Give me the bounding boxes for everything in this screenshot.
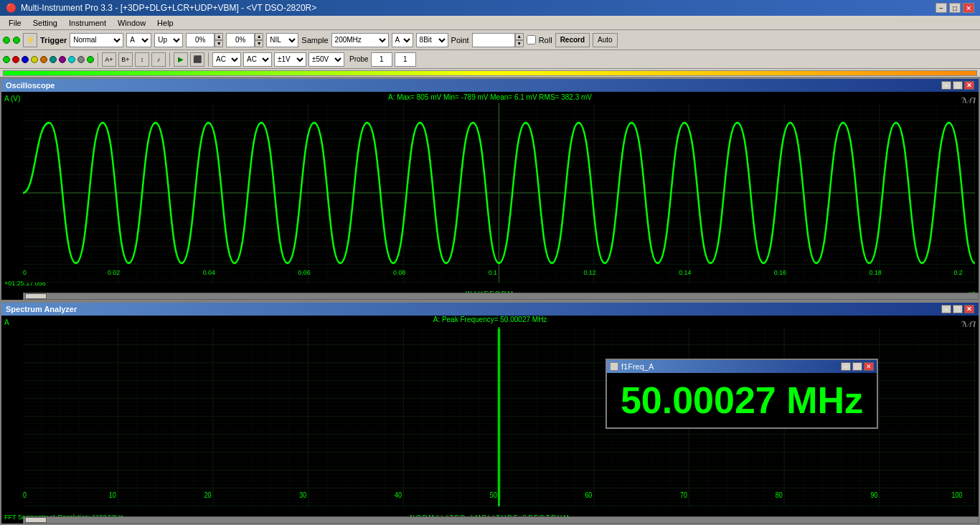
freq-popup-icon [610, 362, 618, 371]
osc-title: Oscilloscope [6, 81, 55, 90]
svg-text:30: 30 [299, 491, 306, 499]
point-spin[interactable]: ▲ ▼ [515, 33, 524, 47]
minimize-btn[interactable]: − [936, 3, 947, 13]
nil-select[interactable]: NIL [266, 33, 298, 47]
point-input[interactable]: 20000 [472, 33, 515, 47]
led-c [68, 56, 75, 63]
svg-text:40: 40 [395, 491, 402, 499]
progress-bar [3, 70, 977, 76]
progress-area [0, 69, 980, 77]
led-y [31, 56, 38, 63]
icon-a[interactable]: A+ [102, 52, 116, 67]
level1-spin[interactable]: ▲ ▼ [215, 33, 223, 47]
toolbar1: ⚡ Trigger Normal Auto Single A B Up Down… [0, 30, 980, 50]
sample-ch-select[interactable]: A B [392, 33, 413, 47]
spec-close-btn[interactable]: ✕ [964, 305, 974, 313]
svg-text:0: 0 [23, 269, 27, 276]
level1-input[interactable] [186, 33, 215, 47]
svg-text:100: 100 [952, 491, 963, 499]
freq-value: 50.00027 MHz [621, 379, 863, 422]
coupling1-select[interactable]: AC DC [212, 52, 241, 67]
app-title: Multi-Instrument Pro 3.3 - [+3DP+DLG+LCR… [21, 3, 316, 13]
freq-restore-btn[interactable]: □ [852, 362, 862, 371]
osc-title-bar: Oscilloscope − □ ✕ [1, 79, 979, 92]
sample-freq-select[interactable]: 200MHz 100MHz 50MHz [331, 33, 389, 47]
led-o [40, 56, 47, 63]
osc-minimize-btn[interactable]: − [941, 81, 951, 90]
osc-close-btn[interactable]: ✕ [964, 81, 974, 90]
osc-scrollbar[interactable] [25, 293, 47, 299]
menu-bar: File Setting Instrument Window Help [0, 16, 980, 30]
trigger-mode-select[interactable]: Normal Auto Single [70, 33, 123, 47]
trigger-icon[interactable]: ⚡ [23, 33, 37, 47]
osc-display: A (V) A: Max= 805 mV Min= -789 mV Mean= … [1, 92, 979, 300]
close-btn[interactable]: ✕ [963, 3, 974, 13]
svg-text:60: 60 [585, 491, 592, 499]
channel-select[interactable]: A B [126, 33, 151, 47]
led-g2 [87, 56, 94, 63]
spec-ylabel: A [4, 318, 9, 326]
led-g [77, 56, 85, 63]
spec-display: A A: Peak Frequency= 50.00027 MHz ℳI FFT… [1, 316, 979, 524]
oscilloscope-panel: Oscilloscope − □ ✕ A (V) A: Max= 805 mV … [0, 77, 980, 301]
spec-minimize-btn[interactable]: − [941, 305, 951, 313]
coupling2-select[interactable]: AC DC [243, 52, 272, 67]
icon-b[interactable]: B+ [118, 52, 133, 67]
freq-popup-body: 50.00027 MHz [607, 373, 877, 427]
svg-text:50: 50 [490, 491, 497, 499]
freq-popup: f1Freq_A − □ ✕ 50.00027 MHz [606, 359, 878, 429]
led-p [59, 56, 66, 63]
volt2-select[interactable]: ±50V [308, 52, 344, 67]
sample-label: Sample [301, 36, 328, 44]
svg-text:0.12: 0.12 [583, 269, 595, 276]
level2-input[interactable] [226, 33, 255, 47]
bit-select[interactable]: 8Bit 16Bit [416, 33, 448, 47]
direction-select[interactable]: Up Down [154, 33, 183, 47]
record-button[interactable]: Record [555, 33, 590, 47]
osc-restore-btn[interactable]: □ [953, 81, 963, 90]
svg-text:70: 70 [680, 491, 687, 499]
osc-ylabel: A (V) [4, 95, 20, 103]
svg-text:0.18: 0.18 [870, 269, 882, 276]
osc-stats: A: Max= 805 mV Min= -789 mV Mean= 6.1 mV… [385, 92, 595, 103]
panels: Oscilloscope − □ ✕ A (V) A: Max= 805 mV … [0, 77, 980, 525]
menu-file[interactable]: File [3, 17, 27, 29]
spec-restore-btn[interactable]: □ [953, 305, 963, 313]
freq-close-btn[interactable]: ✕ [864, 362, 874, 371]
sep3 [208, 52, 209, 67]
roll-checkbox[interactable] [527, 35, 536, 44]
play-btn[interactable]: ▶ [174, 52, 188, 67]
toolbar2: A+ B+ ↕ ♪ ▶ ⬛ AC DC AC DC ±1V ±2V ±5V ±5… [0, 50, 980, 69]
menu-window[interactable]: Window [112, 17, 151, 29]
app-icon: 🔴 [6, 3, 17, 13]
volt-select[interactable]: ±1V ±2V ±5V [274, 52, 306, 67]
icon-d[interactable]: ♪ [151, 52, 166, 67]
spec-title: Spectrum Analyzer [6, 305, 77, 313]
freq-popup-title-text: f1Freq_A [621, 362, 654, 371]
svg-text:20: 20 [204, 491, 212, 499]
level2-spin[interactable]: ▲ ▼ [255, 33, 263, 47]
svg-text:90: 90 [871, 491, 878, 499]
auto-button[interactable]: Auto [593, 33, 618, 47]
menu-help[interactable]: Help [151, 17, 179, 29]
icon-c[interactable]: ↕ [135, 52, 149, 67]
svg-text:0.16: 0.16 [774, 269, 786, 276]
spec-stats: A: Peak Frequency= 50.00027 MHz [433, 316, 547, 323]
svg-text:0.08: 0.08 [393, 269, 405, 276]
svg-text:0.02: 0.02 [108, 269, 120, 276]
menu-instrument[interactable]: Instrument [63, 17, 112, 29]
svg-text:0.1: 0.1 [489, 269, 497, 276]
led1 [3, 37, 10, 44]
probe-input2[interactable] [395, 52, 416, 67]
menu-setting[interactable]: Setting [27, 17, 63, 29]
restore-btn[interactable]: □ [949, 3, 961, 13]
roll-label: Roll [539, 36, 552, 44]
svg-text:0.14: 0.14 [679, 269, 691, 276]
spec-scrollbar[interactable] [25, 517, 47, 523]
osc-waveform-svg: 0.8 0.6 0.4 0.2 0 -0.2 -0.4 -0.6 -0.8 0 … [23, 103, 975, 283]
freq-popup-titlebar: f1Freq_A − □ ✕ [607, 360, 877, 373]
svg-text:0.06: 0.06 [298, 269, 310, 276]
stop-btn[interactable]: ⬛ [190, 52, 204, 67]
probe-input1[interactable] [371, 52, 392, 67]
freq-minimize-btn[interactable]: − [841, 362, 851, 371]
